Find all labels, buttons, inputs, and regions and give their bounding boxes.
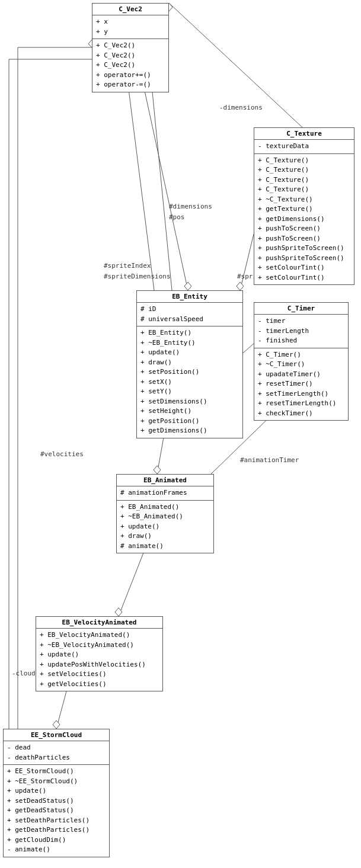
svg-line-22: [142, 80, 188, 290]
eb-animated-methods: + EB_Animated() + ~EB_Animated() + updat…: [117, 501, 213, 553]
eb-entity-title: EB_Entity: [137, 291, 242, 303]
c-texture-attributes: - textureData: [254, 140, 354, 154]
ee-stormcloud-title: EE_StormCloud: [4, 729, 109, 741]
ee-stormcloud-methods: + EE_StormCloud() + ~EE_StormCloud() + u…: [4, 765, 109, 857]
svg-marker-23: [184, 282, 191, 290]
label-animation-timer: #animationTimer: [240, 456, 299, 464]
eb-animated-attributes: # animationFrames: [117, 486, 213, 501]
c-timer-methods: + C_Timer() + ~C_Timer() + upadateTimer(…: [254, 348, 348, 421]
eb-velocity-animated-methods: + EB_VelocityAnimated() + ~EB_VelocityAn…: [36, 629, 162, 691]
svg-line-2: [151, 80, 172, 290]
svg-marker-5: [237, 282, 244, 290]
c-timer-attributes: - timer - timerLength - finished: [254, 315, 348, 348]
svg-line-4: [240, 234, 254, 290]
eb-animated-title: EB_Animated: [117, 475, 213, 486]
eb-animated-box: EB_Animated # animationFrames + EB_Anima…: [116, 474, 214, 553]
c-texture-box: C_Texture - textureData + C_Texture() + …: [254, 127, 354, 285]
c-vec2-title: C_Vec2: [92, 4, 168, 15]
c-vec2-methods: + C_Vec2() + C_Vec2() + C_Vec2() + opera…: [92, 39, 168, 92]
label-velocities: #velocities: [40, 450, 84, 458]
eb-velocity-animated-title: EB_VelocityAnimated: [36, 617, 162, 629]
c-timer-box: C_Timer - timer - timerLength - finished…: [254, 302, 349, 421]
diagram-container: -dimensions #dimensions#pos #spriteIndex…: [0, 0, 361, 868]
svg-line-6: [127, 80, 154, 290]
c-texture-methods: + C_Texture() + C_Texture() + C_Texture(…: [254, 154, 354, 285]
label-dimensions: -dimensions: [219, 104, 263, 111]
c-vec2-attributes: + x + y: [92, 15, 168, 39]
eb-entity-box: EB_Entity # iD # universalSpeed + EB_Ent…: [136, 290, 243, 438]
label-sprite-index: #spriteIndex#spriteDimensions: [104, 261, 171, 281]
label-dimensions-pos: #dimensions#pos: [169, 201, 212, 222]
ee-stormcloud-attributes: - dead - deathParticles: [4, 741, 109, 765]
c-timer-title: C_Timer: [254, 303, 348, 315]
eb-entity-methods: + EB_Entity() + ~EB_Entity() + update() …: [137, 326, 242, 438]
svg-marker-12: [115, 608, 122, 616]
ee-stormcloud-box: EE_StormCloud - dead - deathParticles + …: [3, 729, 110, 857]
eb-entity-attributes: # iD # universalSpeed: [137, 303, 242, 326]
svg-marker-14: [53, 720, 60, 729]
c-texture-title: C_Texture: [254, 128, 354, 140]
svg-marker-9: [154, 466, 161, 474]
c-vec2-box: C_Vec2 + x + y + C_Vec2() + C_Vec2() + C…: [92, 3, 169, 92]
eb-velocity-animated-box: EB_VelocityAnimated + EB_VelocityAnimate…: [36, 616, 163, 691]
